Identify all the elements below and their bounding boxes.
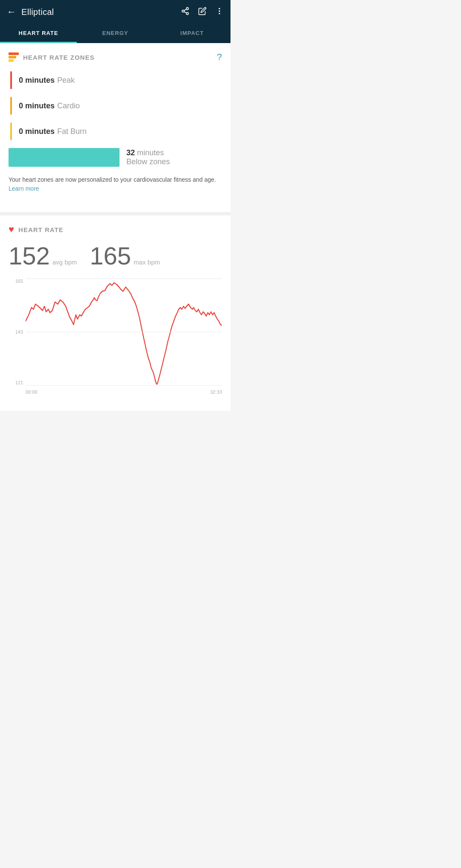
zone-indicator-fatburn: [10, 122, 12, 140]
zone-row-peak: 0 minutes Peak: [9, 71, 222, 89]
zone-label-peak: Peak: [57, 76, 75, 85]
zones-section-title: HEART RATE ZONES: [23, 54, 94, 61]
zone-label-fatburn: Fat Burn: [57, 127, 87, 136]
max-bpm-value: 165: [90, 244, 131, 268]
chart-time-start: 00:00: [26, 389, 38, 395]
grid-line-bottom: [26, 385, 222, 386]
chart-time-axis: 00:00 32:33: [26, 386, 222, 398]
tab-heart-rate[interactable]: HEART RATE: [0, 24, 77, 42]
tab-energy[interactable]: ENERGY: [77, 24, 154, 42]
zone-minutes-peak: 0 minutes: [19, 76, 55, 85]
below-zones-bar: [9, 148, 120, 167]
below-zones-unit: minutes: [137, 148, 164, 157]
zone-minutes-cardio: 0 minutes: [19, 102, 55, 110]
zone-icon-bar-3: [9, 59, 14, 62]
zone-minutes-fatburn: 0 minutes: [19, 127, 55, 136]
below-zones-minutes: 32 minutes: [126, 148, 170, 158]
zone-icon-bar-1: [9, 52, 19, 55]
avg-bpm-label: avg bpm: [53, 258, 77, 266]
chart-y-axis: 165 143 121: [9, 279, 26, 385]
below-zones-label: Below zones: [126, 157, 170, 166]
app-header: ← Elliptical: [0, 0, 230, 24]
bpm-stats: 152 avg bpm 165 max bpm: [9, 244, 222, 268]
zones-info-text: Your heart zones are now personalized to…: [9, 175, 222, 193]
zone-label-cardio: Cardio: [57, 102, 80, 110]
back-button[interactable]: ←: [7, 6, 16, 17]
chart-plot-area: [26, 279, 222, 385]
svg-point-5: [219, 8, 220, 9]
header-actions: [181, 7, 224, 17]
zone-indicator-cardio: [10, 97, 12, 115]
heart-icon: ♥: [9, 224, 14, 235]
grid-line-mid: [26, 332, 222, 332]
tab-bar: HEART RATE ENERGY IMPACT: [0, 24, 230, 43]
chart-y-max: 165: [15, 279, 23, 284]
below-zones-row: 32 minutes Below zones: [9, 148, 222, 167]
edit-icon[interactable]: [198, 7, 207, 17]
help-button[interactable]: ?: [217, 52, 222, 63]
max-bpm-group: 165 max bpm: [90, 244, 160, 268]
tab-impact[interactable]: IMPACT: [154, 24, 230, 42]
below-zones-text-group: 32 minutes Below zones: [126, 148, 170, 167]
chart-y-mid: 143: [15, 329, 23, 334]
more-icon[interactable]: [215, 7, 224, 17]
zone-indicator-peak: [10, 71, 12, 89]
svg-line-4: [184, 9, 187, 10]
heart-rate-zones-section: HEART RATE ZONES ? 0 minutes Peak 0 minu…: [0, 43, 230, 212]
zone-row-fatburn: 0 minutes Fat Burn: [9, 122, 222, 140]
zone-row-cardio: 0 minutes Cardio: [9, 97, 222, 115]
avg-bpm-value: 152: [9, 244, 50, 268]
heart-rate-chart: 165 143 121 00:00 32:33: [9, 279, 222, 398]
svg-line-3: [184, 12, 187, 13]
avg-bpm-group: 152 avg bpm: [9, 244, 77, 268]
chart-time-end: 32:33: [210, 389, 222, 395]
heart-section-header: ♥ HEART RATE: [9, 224, 222, 235]
heart-rate-section: ♥ HEART RATE 152 avg bpm 165 max bpm 165…: [0, 215, 230, 411]
page-title: Elliptical: [21, 7, 181, 17]
svg-point-7: [219, 13, 220, 14]
chart-y-min: 121: [15, 380, 23, 385]
max-bpm-label: max bpm: [134, 258, 160, 266]
zones-icon: [9, 52, 19, 62]
svg-point-6: [219, 10, 220, 12]
share-icon[interactable]: [181, 7, 190, 17]
main-content: HEART RATE ZONES ? 0 minutes Peak 0 minu…: [0, 43, 230, 411]
zone-icon-bar-2: [9, 56, 16, 58]
zones-section-header: HEART RATE ZONES ?: [9, 52, 222, 63]
zones-header-left: HEART RATE ZONES: [9, 52, 94, 62]
section-divider: [0, 212, 230, 215]
heart-section-title: HEART RATE: [18, 226, 64, 233]
learn-more-link[interactable]: Learn more: [9, 185, 39, 192]
grid-line-top: [26, 279, 222, 279]
